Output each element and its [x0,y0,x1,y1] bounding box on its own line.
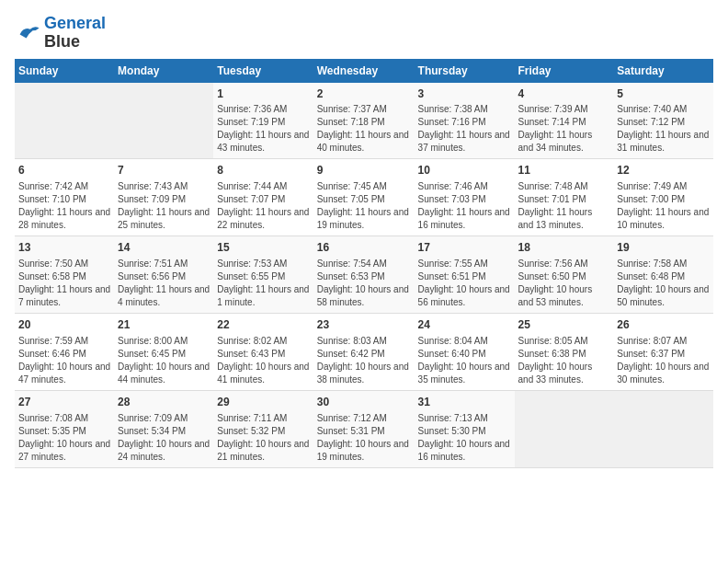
day-number: 11 [518,163,610,178]
calendar-cell: 13Sunrise: 7:50 AMSunset: 6:58 PMDayligh… [15,236,114,314]
day-number: 17 [418,240,511,256]
day-number: 24 [418,317,511,333]
day-number: 12 [617,163,710,178]
calendar-cell: 30Sunrise: 7:12 AMSunset: 5:31 PMDayligh… [313,390,415,467]
calendar-cell: 21Sunrise: 8:00 AMSunset: 6:45 PMDayligh… [114,313,213,390]
logo: General Blue [15,15,106,52]
day-info: Sunrise: 7:51 AMSunset: 6:56 PMDaylight:… [118,258,210,309]
calendar-cell: 19Sunrise: 7:58 AMSunset: 6:48 PMDayligh… [613,236,713,314]
day-info: Sunrise: 7:43 AMSunset: 7:09 PMDaylight:… [118,180,210,232]
day-number: 5 [617,86,710,102]
calendar-cell: 27Sunrise: 7:08 AMSunset: 5:35 PMDayligh… [15,390,114,467]
day-info: Sunrise: 7:53 AMSunset: 6:55 PMDaylight:… [217,258,309,309]
calendar-cell: 18Sunrise: 7:56 AMSunset: 6:50 PMDayligh… [515,236,614,314]
day-number: 20 [18,317,110,333]
calendar-cell: 15Sunrise: 7:53 AMSunset: 6:55 PMDayligh… [213,236,313,314]
day-info: Sunrise: 7:08 AMSunset: 5:35 PMDaylight:… [18,412,110,464]
day-info: Sunrise: 7:49 AMSunset: 7:00 PMDaylight:… [617,180,710,232]
calendar-cell: 1Sunrise: 7:36 AMSunset: 7:19 PMDaylight… [213,83,313,159]
calendar-cell: 5Sunrise: 7:40 AMSunset: 7:12 PMDaylight… [613,83,713,159]
calendar-cell: 12Sunrise: 7:49 AMSunset: 7:00 PMDayligh… [613,159,713,236]
calendar-cell: 24Sunrise: 8:04 AMSunset: 6:40 PMDayligh… [415,313,515,390]
logo-text: General Blue [44,15,106,52]
calendar-cell: 11Sunrise: 7:48 AMSunset: 7:01 PMDayligh… [515,159,614,236]
day-info: Sunrise: 7:56 AMSunset: 6:50 PMDaylight:… [518,258,610,309]
calendar-cell: 2Sunrise: 7:37 AMSunset: 7:18 PMDaylight… [313,83,415,159]
day-info: Sunrise: 7:44 AMSunset: 7:07 PMDaylight:… [217,180,309,232]
calendar-cell: 28Sunrise: 7:09 AMSunset: 5:34 PMDayligh… [114,390,213,467]
day-info: Sunrise: 8:04 AMSunset: 6:40 PMDaylight:… [418,335,511,386]
day-number: 7 [118,163,210,178]
day-number: 10 [418,163,511,178]
day-info: Sunrise: 8:03 AMSunset: 6:42 PMDaylight:… [317,335,411,386]
day-of-week-header: Wednesday [313,59,415,83]
calendar-week-row: 6Sunrise: 7:42 AMSunset: 7:10 PMDaylight… [15,159,713,236]
day-info: Sunrise: 7:13 AMSunset: 5:30 PMDaylight:… [418,412,511,464]
day-number: 21 [118,317,210,333]
day-info: Sunrise: 8:05 AMSunset: 6:38 PMDaylight:… [518,335,610,386]
calendar-week-row: 1Sunrise: 7:36 AMSunset: 7:19 PMDaylight… [15,83,713,159]
day-of-week-header: Thursday [415,59,515,83]
day-number: 29 [217,395,309,410]
day-number: 9 [317,163,411,178]
day-of-week-header: Tuesday [213,59,313,83]
calendar-cell: 4Sunrise: 7:39 AMSunset: 7:14 PMDaylight… [515,83,614,159]
day-info: Sunrise: 7:11 AMSunset: 5:32 PMDaylight:… [217,412,309,464]
day-number: 28 [118,395,210,410]
day-of-week-header: Friday [515,59,614,83]
calendar-cell: 8Sunrise: 7:44 AMSunset: 7:07 PMDaylight… [213,159,313,236]
day-info: Sunrise: 7:36 AMSunset: 7:19 PMDaylight:… [217,103,309,155]
page-header: General Blue [15,15,713,52]
day-number: 18 [518,240,610,256]
day-info: Sunrise: 7:37 AMSunset: 7:18 PMDaylight:… [317,103,411,155]
day-info: Sunrise: 7:09 AMSunset: 5:34 PMDaylight:… [118,412,210,464]
calendar-cell: 25Sunrise: 8:05 AMSunset: 6:38 PMDayligh… [515,313,614,390]
calendar-week-row: 20Sunrise: 7:59 AMSunset: 6:46 PMDayligh… [15,313,713,390]
day-of-week-header: Monday [114,59,213,83]
day-info: Sunrise: 7:54 AMSunset: 6:53 PMDaylight:… [317,258,411,309]
day-info: Sunrise: 7:55 AMSunset: 6:51 PMDaylight:… [418,258,511,309]
calendar-cell: 17Sunrise: 7:55 AMSunset: 6:51 PMDayligh… [415,236,515,314]
day-number: 1 [217,86,309,102]
calendar-cell: 16Sunrise: 7:54 AMSunset: 6:53 PMDayligh… [313,236,415,314]
calendar-week-row: 13Sunrise: 7:50 AMSunset: 6:58 PMDayligh… [15,236,713,314]
day-number: 30 [317,395,411,410]
day-number: 13 [18,240,110,256]
day-info: Sunrise: 7:12 AMSunset: 5:31 PMDaylight:… [317,412,411,464]
calendar-cell: 7Sunrise: 7:43 AMSunset: 7:09 PMDaylight… [114,159,213,236]
day-number: 4 [518,86,610,102]
calendar-cell: 26Sunrise: 8:07 AMSunset: 6:37 PMDayligh… [613,313,713,390]
calendar-cell: 6Sunrise: 7:42 AMSunset: 7:10 PMDaylight… [15,159,114,236]
day-info: Sunrise: 8:07 AMSunset: 6:37 PMDaylight:… [617,335,710,386]
day-number: 31 [418,395,511,410]
calendar-cell: 29Sunrise: 7:11 AMSunset: 5:32 PMDayligh… [213,390,313,467]
day-info: Sunrise: 8:00 AMSunset: 6:45 PMDaylight:… [118,335,210,386]
day-number: 8 [217,163,309,178]
day-number: 6 [18,163,110,178]
day-number: 16 [317,240,411,256]
day-number: 27 [18,395,110,410]
day-info: Sunrise: 8:02 AMSunset: 6:43 PMDaylight:… [217,335,309,386]
day-info: Sunrise: 7:48 AMSunset: 7:01 PMDaylight:… [518,180,610,232]
day-info: Sunrise: 7:50 AMSunset: 6:58 PMDaylight:… [18,258,110,309]
day-info: Sunrise: 7:59 AMSunset: 6:46 PMDaylight:… [18,335,110,386]
calendar-cell: 3Sunrise: 7:38 AMSunset: 7:16 PMDaylight… [415,83,515,159]
calendar-cell [15,83,114,159]
day-info: Sunrise: 7:39 AMSunset: 7:14 PMDaylight:… [518,103,610,155]
calendar-cell: 23Sunrise: 8:03 AMSunset: 6:42 PMDayligh… [313,313,415,390]
calendar-cell: 14Sunrise: 7:51 AMSunset: 6:56 PMDayligh… [114,236,213,314]
calendar-header: SundayMondayTuesdayWednesdayThursdayFrid… [15,59,713,83]
day-of-week-header: Sunday [15,59,114,83]
day-info: Sunrise: 7:46 AMSunset: 7:03 PMDaylight:… [418,180,511,232]
calendar-cell [613,390,713,467]
day-info: Sunrise: 7:38 AMSunset: 7:16 PMDaylight:… [418,103,511,155]
calendar-table: SundayMondayTuesdayWednesdayThursdayFrid… [15,59,713,468]
day-number: 3 [418,86,511,102]
day-info: Sunrise: 7:58 AMSunset: 6:48 PMDaylight:… [617,258,710,309]
day-number: 22 [217,317,309,333]
calendar-cell: 9Sunrise: 7:45 AMSunset: 7:05 PMDaylight… [313,159,415,236]
day-info: Sunrise: 7:45 AMSunset: 7:05 PMDaylight:… [317,180,411,232]
calendar-week-row: 27Sunrise: 7:08 AMSunset: 5:35 PMDayligh… [15,390,713,467]
calendar-cell: 22Sunrise: 8:02 AMSunset: 6:43 PMDayligh… [213,313,313,390]
day-number: 19 [617,240,710,256]
